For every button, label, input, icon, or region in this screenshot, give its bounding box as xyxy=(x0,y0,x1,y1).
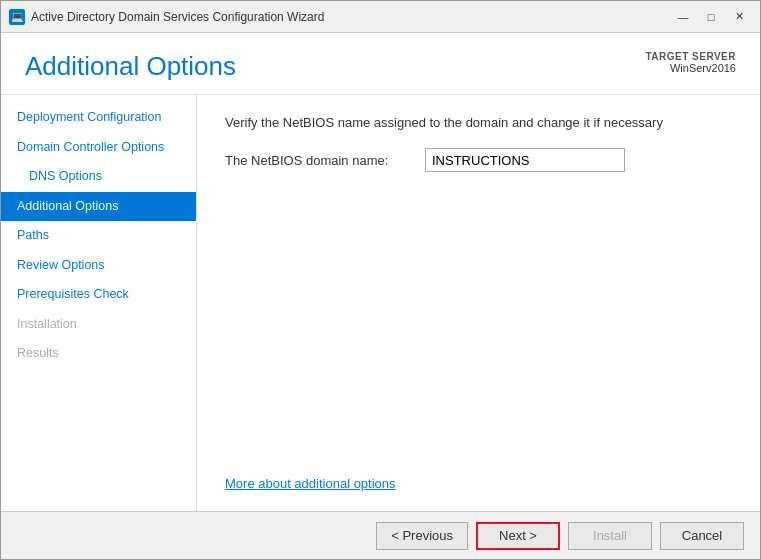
next-button[interactable]: Next > xyxy=(476,522,560,550)
app-icon-text: 💻 xyxy=(11,11,23,22)
target-server-label: TARGET SERVER xyxy=(645,51,736,62)
panel-spacer xyxy=(225,184,732,468)
more-link[interactable]: More about additional options xyxy=(225,476,732,491)
content-area: Additional Options TARGET SERVER WinServ… xyxy=(1,33,760,511)
minimize-button[interactable]: ― xyxy=(670,7,696,27)
sidebar-item-prerequisites-check[interactable]: Prerequisites Check xyxy=(1,280,196,310)
previous-button[interactable]: < Previous xyxy=(376,522,468,550)
header-section: Additional Options TARGET SERVER WinServ… xyxy=(1,33,760,95)
install-button[interactable]: Install xyxy=(568,522,652,550)
netbios-input[interactable] xyxy=(425,148,625,172)
app-icon: 💻 xyxy=(9,9,25,25)
main-window: 💻 Active Directory Domain Services Confi… xyxy=(0,0,761,560)
footer: < Previous Next > Install Cancel xyxy=(1,511,760,559)
sidebar-item-additional-options[interactable]: Additional Options xyxy=(1,192,196,222)
maximize-button[interactable]: □ xyxy=(698,7,724,27)
sidebar-item-review-options[interactable]: Review Options xyxy=(1,251,196,281)
cancel-button[interactable]: Cancel xyxy=(660,522,744,550)
sidebar-item-dns-options[interactable]: DNS Options xyxy=(1,162,196,192)
sidebar-item-domain-controller-options[interactable]: Domain Controller Options xyxy=(1,133,196,163)
target-server-name: WinServ2016 xyxy=(645,62,736,74)
netbios-label: The NetBIOS domain name: xyxy=(225,153,425,168)
panel: Verify the NetBIOS name assigned to the … xyxy=(197,95,760,511)
sidebar-item-deployment-configuration[interactable]: Deployment Configuration xyxy=(1,103,196,133)
sidebar: Deployment Configuration Domain Controll… xyxy=(1,95,197,511)
netbios-form-row: The NetBIOS domain name: xyxy=(225,148,732,172)
title-bar: 💻 Active Directory Domain Services Confi… xyxy=(1,1,760,33)
target-server-info: TARGET SERVER WinServ2016 xyxy=(645,51,736,74)
main-section: Deployment Configuration Domain Controll… xyxy=(1,95,760,511)
sidebar-item-paths[interactable]: Paths xyxy=(1,221,196,251)
sidebar-item-results: Results xyxy=(1,339,196,369)
close-button[interactable]: ✕ xyxy=(726,7,752,27)
verify-text: Verify the NetBIOS name assigned to the … xyxy=(225,115,732,130)
page-title: Additional Options xyxy=(25,51,236,82)
sidebar-item-installation: Installation xyxy=(1,310,196,340)
window-controls: ― □ ✕ xyxy=(670,7,752,27)
title-bar-text: Active Directory Domain Services Configu… xyxy=(31,10,670,24)
